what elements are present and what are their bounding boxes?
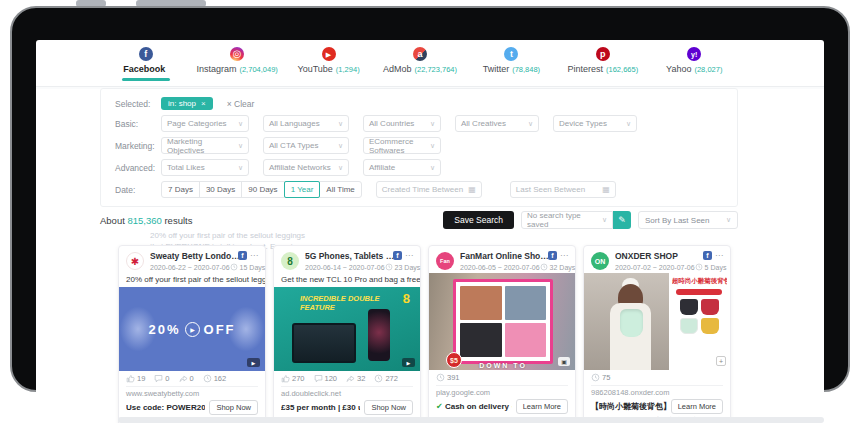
app-screen: f Facebook ◎ Instagram(2,704,049) ▶ YouT… [36, 40, 824, 423]
more-options-icon[interactable]: ⋯ [405, 251, 413, 260]
engagement-stats: 19 0 0 162 [119, 371, 265, 385]
more-options-icon[interactable]: ⋯ [250, 251, 258, 260]
clock-icon [591, 373, 600, 382]
like-icon [126, 374, 135, 383]
pinterest-icon: p [596, 47, 610, 61]
marketing-objectives-select[interactable]: Marketing Objectives∨ [161, 137, 249, 154]
ad-card-sweaty-betty[interactable]: ✱ Sweaty Betty London | Wom… f ⋯ 2020-06… [118, 245, 266, 423]
ad-domain-link[interactable]: ad.doubleclick.net [274, 387, 420, 399]
selected-filter-chip[interactable]: in: shop × [161, 97, 213, 110]
affiliate-networks-select[interactable]: Affiliate Networks∨ [263, 159, 349, 176]
page-categories-select[interactable]: Page Categories∨ [161, 115, 249, 132]
creative-caption: DOWN TO [453, 362, 553, 369]
play-icon[interactable]: ▶ [185, 322, 200, 337]
advertiser-title[interactable]: FanMart Online Shopping - F… [460, 251, 552, 261]
date-range-90-days[interactable]: 90 Days [241, 181, 284, 198]
phone-illustration [368, 309, 390, 361]
affiliate-select[interactable]: Affiliate∨ [363, 159, 441, 176]
date-range-all-time[interactable]: All Time [319, 181, 361, 198]
cta-types-select[interactable]: All CTA Types∨ [263, 137, 349, 154]
advertiser-avatar[interactable]: ✱ [126, 252, 144, 270]
ad-domain-link[interactable]: 986208148.onxder.com [584, 386, 730, 398]
backpack-thumb [701, 318, 719, 334]
filter-row-marketing: Marketing: Marketing Objectives∨ All CTA… [115, 137, 737, 154]
advertiser-avatar[interactable]: 8 [281, 252, 299, 270]
ad-creative-image[interactable]: INCREDIBLE DOUBLE FEATURE 8 ▶ [274, 287, 420, 371]
banner-strip [676, 289, 722, 295]
learn-more-button[interactable]: Learn More [516, 399, 568, 414]
date-range-1-year[interactable]: 1 Year [284, 181, 321, 198]
tv-illustration [292, 323, 356, 363]
clear-filters-link[interactable]: × Clear [227, 99, 255, 109]
tab-twitter[interactable]: t Twitter(78,848) [466, 40, 557, 86]
calendar-icon: ▦ [468, 185, 476, 194]
edit-saved-search-button[interactable]: ✎ [613, 211, 631, 229]
tab-label: YouTube [297, 64, 332, 74]
ad-card-fanmart[interactable]: Fan FanMart Online Shopping - F… f ⋯ 202… [428, 245, 576, 423]
creative-title: 超時尚小雛菊後背包 [672, 277, 727, 286]
ad-card-onxder[interactable]: ON ONXDER SHOP f ⋯ 2020-07-02 ~ 2020-07-… [583, 245, 731, 423]
admob-icon: a [413, 47, 427, 61]
advertiser-title[interactable]: 5G Phones, Tablets & SIMs | … [305, 251, 397, 261]
ecommerce-softwares-select[interactable]: ECommerce Softwares∨ [363, 137, 441, 154]
chevron-down-icon: ∨ [602, 216, 607, 224]
ad-headline: 【時尚小雛菊後背包】小雛菊刺… [591, 401, 667, 412]
clock-icon [230, 263, 238, 271]
ad-creative-image[interactable]: DOWN TO $5 ▣ [429, 273, 575, 370]
advertiser-avatar[interactable]: Fan [436, 252, 454, 270]
learn-more-button[interactable]: Learn More [671, 399, 723, 414]
product-tile [505, 286, 547, 320]
chevron-down-icon: ∨ [238, 164, 243, 172]
advertiser-avatar[interactable]: ON [591, 252, 609, 270]
tab-facebook[interactable]: f Facebook [100, 40, 191, 86]
chevron-down-icon: ∨ [430, 164, 435, 172]
creatives-select[interactable]: All Creatives∨ [455, 115, 539, 132]
chevron-down-icon: ∨ [430, 142, 435, 150]
advanced-label: Advanced: [115, 163, 161, 173]
engagement-stats: 391 [429, 370, 575, 384]
tab-admob[interactable]: a AdMob(22,723,764) [374, 40, 465, 86]
save-search-button[interactable]: Save Search [443, 211, 514, 229]
tab-label: Facebook [123, 64, 165, 74]
sort-by-select[interactable]: Sort By Last Seen∨ [638, 211, 738, 229]
ad-spy-tool-page: f Facebook ◎ Instagram(2,704,049) ▶ YouT… [0, 0, 860, 423]
facebook-badge-icon: f [703, 251, 712, 260]
countries-select[interactable]: All Countries∨ [363, 115, 441, 132]
ad-domain-link[interactable]: play.google.com [429, 386, 575, 398]
photo-indicator-icon: ▣ [558, 357, 570, 366]
chip-close-icon[interactable]: × [201, 99, 206, 108]
date-range-30-days[interactable]: 30 Days [199, 181, 242, 198]
tab-count: (1,294) [336, 65, 360, 74]
saved-search-select[interactable]: No search type saved∨ [521, 211, 613, 229]
total-likes-select[interactable]: Total Likes∨ [161, 159, 249, 176]
ad-card-5g-phones[interactable]: 8 5G Phones, Tablets & SIMs | … f ⋯ 2020… [273, 245, 421, 423]
chevron-down-icon: ∨ [338, 142, 343, 150]
shop-now-button[interactable]: Shop Now [364, 400, 413, 415]
last-seen-between-input[interactable]: Last Seen Between▦ [510, 181, 616, 198]
instagram-icon: ◎ [230, 47, 244, 61]
advertiser-title[interactable]: ONXDER SHOP [615, 251, 707, 261]
tab-yahoo[interactable]: y! Yahoo(28,027) [649, 40, 740, 86]
languages-select[interactable]: All Languages∨ [263, 115, 349, 132]
product-collage [453, 279, 553, 364]
brand-badge: 8 [403, 291, 410, 306]
ad-creative-image[interactable]: 20% ▶ OFF ▶ [119, 287, 265, 371]
expand-icon[interactable]: + [716, 356, 726, 366]
ad-domain-link[interactable]: www.sweatybetty.com [119, 387, 265, 399]
date-range-7-days[interactable]: 7 Days [161, 181, 200, 198]
marketing-label: Marketing: [115, 141, 161, 151]
shop-now-button[interactable]: Shop Now [209, 400, 258, 415]
facebook-badge-icon: f [548, 251, 557, 260]
youtube-icon: ▶ [322, 47, 336, 61]
ad-creative-image[interactable]: 超時尚小雛菊後背包 + [584, 273, 730, 370]
tab-count: (78,848) [512, 65, 540, 74]
created-time-between-input[interactable]: Created Time Between▦ [376, 181, 482, 198]
tab-pinterest[interactable]: p Pinterest(162,665) [557, 40, 648, 86]
more-options-icon[interactable]: ⋯ [715, 251, 723, 260]
more-options-icon[interactable]: ⋯ [560, 251, 568, 260]
device-types-select[interactable]: Device Types∨ [553, 115, 637, 132]
advertiser-title[interactable]: Sweaty Betty London | Wom… [150, 251, 242, 261]
tab-instagram[interactable]: ◎ Instagram(2,704,049) [191, 40, 282, 86]
chevron-down-icon: ∨ [528, 120, 533, 128]
tab-youtube[interactable]: ▶ YouTube(1,294) [283, 40, 374, 86]
